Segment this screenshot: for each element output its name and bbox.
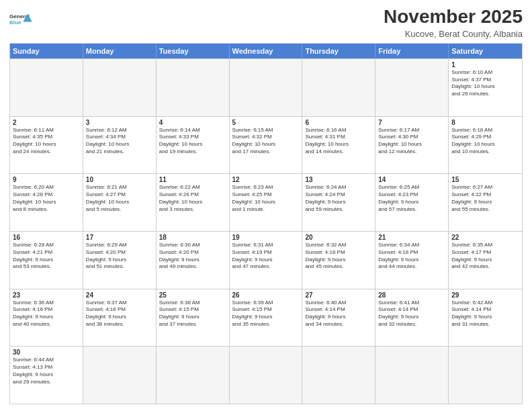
cell-info: Sunrise: 6:27 AM Sunset: 4:22 PM Dayligh…	[451, 184, 519, 213]
cell-info: Sunrise: 6:41 AM Sunset: 4:14 PM Dayligh…	[378, 300, 445, 328]
day-number: 28	[378, 291, 445, 299]
day-number: 11	[159, 176, 226, 183]
day-number: 23	[13, 291, 80, 299]
calendar-row-3: 16Sunrise: 6:28 AM Sunset: 4:21 PM Dayli…	[10, 231, 522, 289]
cell-info: Sunrise: 6:14 AM Sunset: 4:33 PM Dayligh…	[159, 127, 226, 156]
main-title: November 2025	[384, 7, 523, 28]
cell-info: Sunrise: 6:10 AM Sunset: 4:37 PM Dayligh…	[451, 69, 519, 98]
calendar-header-saturday: Saturday	[449, 44, 522, 58]
cell-info: Sunrise: 6:16 AM Sunset: 4:31 PM Dayligh…	[305, 127, 372, 156]
cell-info: Sunrise: 6:32 AM Sunset: 4:18 PM Dayligh…	[305, 242, 372, 271]
day-number: 16	[13, 234, 80, 241]
day-number: 13	[305, 176, 372, 183]
cell-info: Sunrise: 6:29 AM Sunset: 4:20 PM Dayligh…	[86, 242, 153, 271]
calendar-cell-empty	[10, 59, 83, 116]
day-number: 19	[232, 234, 300, 241]
calendar-cell-7: 7Sunrise: 6:17 AM Sunset: 4:30 PM Daylig…	[375, 117, 449, 174]
calendar-cell-empty	[157, 59, 230, 116]
day-number: 22	[451, 234, 519, 241]
calendar-cell-8: 8Sunrise: 6:18 AM Sunset: 4:29 PM Daylig…	[449, 117, 522, 174]
calendar-cell-empty	[449, 347, 522, 404]
day-number: 27	[305, 291, 372, 299]
day-number: 3	[86, 119, 153, 126]
day-number: 2	[13, 119, 80, 126]
cell-info: Sunrise: 6:25 AM Sunset: 4:23 PM Dayligh…	[378, 184, 445, 213]
calendar-cell-empty	[302, 59, 375, 116]
day-number: 6	[305, 119, 372, 126]
logo-icon: GeneralBlue	[9, 7, 34, 31]
calendar-header-wednesday: Wednesday	[230, 44, 303, 58]
calendar-cell-18: 18Sunrise: 6:30 AM Sunset: 4:20 PM Dayli…	[157, 232, 230, 289]
calendar-cell-12: 12Sunrise: 6:23 AM Sunset: 4:25 PM Dayli…	[230, 174, 303, 231]
cell-info: Sunrise: 6:44 AM Sunset: 4:13 PM Dayligh…	[13, 357, 80, 385]
calendar-cell-empty	[230, 59, 303, 116]
calendar-cell-empty	[302, 347, 375, 404]
calendar-header: SundayMondayTuesdayWednesdayThursdayFrid…	[10, 44, 522, 58]
day-number: 15	[451, 176, 519, 183]
calendar-cell-11: 11Sunrise: 6:22 AM Sunset: 4:26 PM Dayli…	[157, 174, 230, 231]
day-number: 12	[232, 176, 300, 183]
title-block: November 2025 Kucove, Berat County, Alba…	[384, 7, 523, 39]
cell-info: Sunrise: 6:40 AM Sunset: 4:14 PM Dayligh…	[305, 300, 372, 328]
cell-info: Sunrise: 6:38 AM Sunset: 4:15 PM Dayligh…	[159, 300, 226, 328]
calendar-row-0: 1Sunrise: 6:10 AM Sunset: 4:37 PM Daylig…	[10, 58, 522, 116]
calendar-cell-15: 15Sunrise: 6:27 AM Sunset: 4:22 PM Dayli…	[449, 174, 522, 231]
calendar-cell-21: 21Sunrise: 6:34 AM Sunset: 4:18 PM Dayli…	[375, 232, 449, 289]
day-number: 5	[232, 119, 300, 126]
cell-info: Sunrise: 6:35 AM Sunset: 4:17 PM Dayligh…	[451, 242, 519, 271]
calendar-header-thursday: Thursday	[302, 44, 375, 58]
day-number: 7	[378, 119, 445, 126]
day-number: 17	[86, 234, 153, 241]
calendar-body: 1Sunrise: 6:10 AM Sunset: 4:37 PM Daylig…	[10, 58, 522, 404]
calendar-header-sunday: Sunday	[10, 44, 83, 58]
calendar-row-1: 2Sunrise: 6:11 AM Sunset: 4:35 PM Daylig…	[10, 116, 522, 174]
calendar-cell-10: 10Sunrise: 6:21 AM Sunset: 4:27 PM Dayli…	[83, 174, 157, 231]
calendar-cell-3: 3Sunrise: 6:12 AM Sunset: 4:34 PM Daylig…	[83, 117, 157, 174]
cell-info: Sunrise: 6:15 AM Sunset: 4:32 PM Dayligh…	[232, 127, 300, 156]
subtitle: Kucove, Berat County, Albania	[384, 29, 523, 39]
cell-info: Sunrise: 6:24 AM Sunset: 4:24 PM Dayligh…	[305, 184, 372, 213]
day-number: 26	[232, 291, 300, 299]
calendar-cell-empty	[83, 59, 157, 116]
calendar-header-tuesday: Tuesday	[157, 44, 230, 58]
calendar-cell-22: 22Sunrise: 6:35 AM Sunset: 4:17 PM Dayli…	[449, 232, 522, 289]
calendar-cell-empty	[157, 347, 230, 404]
header: GeneralBlue November 2025 Kucove, Berat …	[9, 7, 523, 39]
calendar-cell-13: 13Sunrise: 6:24 AM Sunset: 4:24 PM Dayli…	[302, 174, 375, 231]
cell-info: Sunrise: 6:37 AM Sunset: 4:16 PM Dayligh…	[86, 300, 153, 328]
cell-info: Sunrise: 6:31 AM Sunset: 4:19 PM Dayligh…	[232, 242, 300, 271]
day-number: 14	[378, 176, 445, 183]
calendar-row-5: 30Sunrise: 6:44 AM Sunset: 4:13 PM Dayli…	[10, 346, 522, 404]
calendar-cell-empty	[83, 347, 157, 404]
cell-info: Sunrise: 6:28 AM Sunset: 4:21 PM Dayligh…	[13, 242, 80, 271]
calendar-cell-26: 26Sunrise: 6:39 AM Sunset: 4:15 PM Dayli…	[230, 289, 303, 347]
calendar-cell-30: 30Sunrise: 6:44 AM Sunset: 4:13 PM Dayli…	[10, 347, 83, 404]
calendar-cell-empty	[375, 59, 449, 116]
day-number: 18	[159, 234, 226, 241]
day-number: 30	[13, 349, 80, 356]
cell-info: Sunrise: 6:42 AM Sunset: 4:14 PM Dayligh…	[451, 300, 519, 328]
calendar-cell-25: 25Sunrise: 6:38 AM Sunset: 4:15 PM Dayli…	[157, 289, 230, 347]
calendar-cell-6: 6Sunrise: 6:16 AM Sunset: 4:31 PM Daylig…	[302, 117, 375, 174]
cell-info: Sunrise: 6:20 AM Sunset: 4:28 PM Dayligh…	[13, 184, 80, 213]
calendar-header-monday: Monday	[83, 44, 157, 58]
day-number: 21	[378, 234, 445, 241]
calendar-cell-17: 17Sunrise: 6:29 AM Sunset: 4:20 PM Dayli…	[83, 232, 157, 289]
calendar-cell-empty	[375, 347, 449, 404]
calendar-cell-20: 20Sunrise: 6:32 AM Sunset: 4:18 PM Dayli…	[302, 232, 375, 289]
calendar-cell-24: 24Sunrise: 6:37 AM Sunset: 4:16 PM Dayli…	[83, 289, 157, 347]
calendar-cell-28: 28Sunrise: 6:41 AM Sunset: 4:14 PM Dayli…	[375, 289, 449, 347]
day-number: 4	[159, 119, 226, 126]
day-number: 29	[451, 291, 519, 299]
calendar-cell-14: 14Sunrise: 6:25 AM Sunset: 4:23 PM Dayli…	[375, 174, 449, 231]
day-number: 8	[451, 119, 519, 126]
calendar-cell-9: 9Sunrise: 6:20 AM Sunset: 4:28 PM Daylig…	[10, 174, 83, 231]
cell-info: Sunrise: 6:23 AM Sunset: 4:25 PM Dayligh…	[232, 184, 300, 213]
cell-info: Sunrise: 6:21 AM Sunset: 4:27 PM Dayligh…	[86, 184, 153, 213]
day-number: 20	[305, 234, 372, 241]
calendar-cell-2: 2Sunrise: 6:11 AM Sunset: 4:35 PM Daylig…	[10, 117, 83, 174]
calendar-cell-19: 19Sunrise: 6:31 AM Sunset: 4:19 PM Dayli…	[230, 232, 303, 289]
calendar-row-2: 9Sunrise: 6:20 AM Sunset: 4:28 PM Daylig…	[10, 173, 522, 231]
day-number: 9	[13, 176, 80, 183]
calendar-cell-5: 5Sunrise: 6:15 AM Sunset: 4:32 PM Daylig…	[230, 117, 303, 174]
